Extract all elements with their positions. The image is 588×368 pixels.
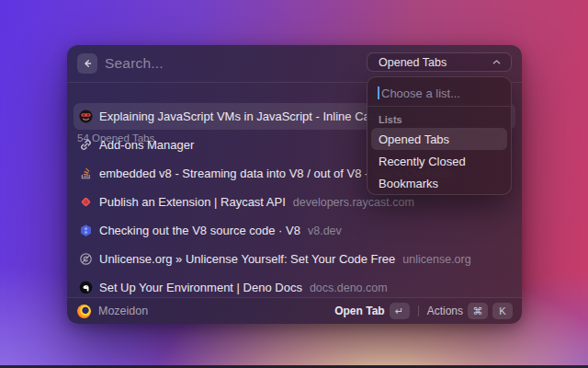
tab-title: Checking out the V8 source code · V8 [99, 224, 300, 237]
screenshot-stage: Search... Opened Tabs 54 Opened Tabs Exp… [0, 0, 588, 368]
deno-favicon [78, 281, 93, 295]
panel-divider [368, 106, 511, 107]
open-tab-button[interactable]: Open Tab [334, 305, 384, 317]
cmd-key-badge: ⌘ [468, 303, 488, 319]
tab-domain: developers.raycast.com [293, 196, 414, 209]
tab-domain: v8.dev [308, 224, 342, 237]
tab-title: Explaining JavaScript VMs in JavaScript … [99, 109, 395, 123]
list-filter-input[interactable]: Choose a list... [371, 81, 507, 105]
app-name: Mozeidon [98, 305, 148, 317]
back-arrow-icon [82, 58, 93, 69]
v8-favicon [78, 224, 93, 238]
chevron-up-icon [492, 59, 501, 65]
tab-title: Set Up Your Environment | Deno Docs [99, 281, 302, 294]
lists-section-label: Lists [379, 114, 507, 125]
tab-title: Add-ons Manager [99, 138, 194, 152]
tab-title: Unlicense.org » Unlicense Yourself: Set … [99, 252, 395, 266]
tab-domain: unlicense.org [402, 253, 470, 266]
k-key-badge: K [492, 303, 513, 319]
link-icon [78, 138, 93, 153]
list-item[interactable]: Checking out the V8 source code · V8 v8.… [74, 217, 515, 244]
stackoverflow-favicon [78, 167, 93, 181]
actions-button[interactable]: Actions [427, 305, 463, 317]
list-dropdown-panel: Choose a list... Lists Opened Tabs Recen… [367, 76, 512, 195]
dropdown-option-opened-tabs[interactable]: Opened Tabs [371, 128, 507, 150]
return-key-badge: ↵ [390, 303, 410, 319]
launcher-window: Search... Opened Tabs 54 Opened Tabs Exp… [67, 45, 522, 324]
tab-title: Publish an Extension | Raycast API [99, 195, 286, 209]
firefox-icon [77, 305, 91, 318]
footer-bar: Mozeidon Open Tab ↵ Actions ⌘ K [67, 298, 522, 324]
tab-domain: docs.deno.com [310, 282, 388, 294]
back-button[interactable] [77, 53, 97, 74]
raycast-favicon [78, 195, 93, 210]
footer-actions: Open Tab ↵ Actions ⌘ K [334, 303, 513, 319]
dropdown-option-bookmarks[interactable]: Bookmarks [371, 172, 507, 194]
search-input[interactable]: Search... [105, 45, 164, 82]
list-item[interactable]: Unlicense.org » Unlicense Yourself: Set … [74, 246, 515, 272]
footer-separator [418, 305, 419, 316]
list-selector-button[interactable]: Opened Tabs [367, 52, 512, 72]
text-caret [378, 86, 379, 99]
list-selector-label: Opened Tabs [379, 56, 447, 69]
mrale-favicon [78, 109, 93, 124]
dropdown-option-recently-closed[interactable]: Recently Closed [371, 150, 507, 172]
list-filter-placeholder: Choose a list... [381, 86, 460, 100]
unlicense-favicon [78, 252, 93, 267]
